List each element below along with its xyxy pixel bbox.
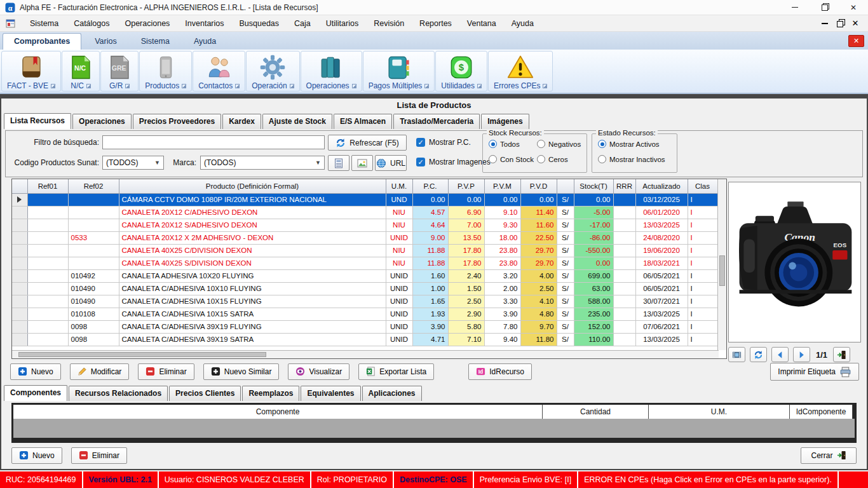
film-button[interactable]	[728, 347, 745, 362]
tab-traslado-mercaderia[interactable]: Traslado/Mercaderia	[393, 114, 480, 129]
column-header-u-m[interactable]: U.M.	[386, 179, 412, 193]
menu-caja[interactable]: Caja	[287, 15, 318, 31]
exportar-lista-button[interactable]: Exportar Lista	[358, 363, 434, 380]
mdi-minimize-button[interactable]	[817, 17, 832, 30]
previous-image-button[interactable]	[771, 347, 789, 362]
ribbon-tab-sistema[interactable]: Sistema	[130, 34, 180, 50]
column-header-stock-t[interactable]: Stock(T)	[574, 179, 613, 193]
menu-reportes[interactable]: Reportes	[412, 15, 459, 31]
print-label-button[interactable]: Imprimir Etiqueta	[770, 363, 859, 381]
tab-imagenes[interactable]: Imágenes	[481, 114, 529, 129]
component-column-u-m[interactable]: U.M.	[649, 405, 790, 419]
detail-tab-precios-clientes[interactable]: Precios Clientes	[169, 386, 241, 401]
column-header-blank[interactable]	[557, 179, 574, 193]
ribbon-close-button[interactable]: ✕	[848, 35, 864, 47]
eliminar-button[interactable]: Eliminar	[138, 363, 194, 380]
show-pc-checkbox[interactable]: ✓ Mostrar P.C.	[416, 138, 471, 147]
column-header-ref01[interactable]: Ref01	[27, 179, 68, 193]
column-header-p-v-p[interactable]: P.V.P	[448, 179, 484, 193]
menu-operaciones[interactable]: Operaciones	[117, 15, 177, 31]
column-header-p-v-m[interactable]: P.V.M	[484, 179, 520, 193]
tab-precios-proveedores[interactable]: Precios Proveedores	[133, 114, 221, 129]
ribbon-tab-comprobantes[interactable]: Comprobantes	[3, 33, 81, 50]
mdi-close-button[interactable]: ✕	[848, 17, 863, 30]
column-header-p-v-d[interactable]: P.V.D	[520, 179, 557, 193]
idrecurso-button[interactable]: IdIdRecurso	[468, 363, 532, 380]
radio-mostrar-inactivos[interactable]: Mostrar Inactivos	[598, 155, 665, 163]
menu-ayuda[interactable]: Ayuda	[504, 15, 541, 31]
nuevo-button[interactable]: Nuevo	[10, 363, 61, 380]
column-header-producto-definicion-formal[interactable]: Producto (Definición Formal)	[119, 179, 386, 193]
next-image-button[interactable]	[793, 347, 810, 362]
detail-tab-aplicaciones[interactable]: Aplicaciones	[362, 386, 422, 401]
radio-con-stock[interactable]: Con Stock	[489, 155, 534, 163]
detail-tab-recursos-relacionados[interactable]: Recursos Relacionados	[69, 386, 168, 401]
scrollbar-thumb[interactable]	[18, 352, 266, 357]
brand-select[interactable]: (TODOS)▼	[200, 156, 325, 170]
column-header-clas[interactable]: Clas	[688, 179, 717, 193]
url-button[interactable]: URL	[375, 155, 407, 171]
toolbar-button-errores-cpes[interactable]: Errores CPEs	[488, 51, 553, 92]
calculator-button[interactable]	[328, 155, 349, 171]
component-column-idcomponente[interactable]: IdComponente	[790, 405, 853, 419]
toolbar-button-n-c[interactable]: N/CN/C	[62, 51, 100, 92]
restore-button[interactable]	[810, 0, 839, 15]
image-exit-button[interactable]	[833, 347, 850, 362]
product-row[interactable]: 0533CANALETA 20X12 X 2M ADHESIVO - DEXON…	[12, 231, 717, 244]
close-form-button[interactable]: Cerrar	[801, 447, 857, 464]
toolbar-button-productos[interactable]: Productos	[139, 51, 192, 92]
radio-negativos[interactable]: Negativos	[537, 140, 581, 148]
toolbar-button-utilidades[interactable]: $Utilidades	[435, 51, 487, 92]
product-row[interactable]: 0098CANALETA C/ADHESIVA 39X19 FLUYINGUNI…	[12, 320, 717, 333]
product-row[interactable]: CANALETA 20X12 S/ADHESIVO DEXONNIU4.647.…	[12, 219, 717, 231]
detail-tab-componentes[interactable]: Componentes	[4, 385, 67, 401]
toolbar-button-fact-bve[interactable]: FACT - BVE	[1, 51, 61, 92]
ribbon-tab-varios[interactable]: Varios	[84, 34, 128, 50]
product-row[interactable]: 010490CANALETA C/ADHESIVA 10X15 FLUYINGU…	[12, 295, 717, 308]
menu-catalogos[interactable]: Catálogos	[66, 15, 117, 31]
image-button[interactable]	[351, 155, 373, 171]
product-row[interactable]: 010490CANALETA C/ADHESIVA 10X10 FLUYINGU…	[12, 282, 717, 295]
horizontal-scrollbar[interactable]	[12, 350, 719, 358]
refresh-button[interactable]: Refrescar (F5)	[328, 135, 407, 151]
toolbar-button-g-r[interactable]: GREG/R	[100, 51, 139, 92]
sunat-select[interactable]: (TODOS)▼	[102, 156, 164, 170]
column-header-rrr[interactable]: RRR	[613, 179, 635, 193]
tab-operaciones[interactable]: Operaciones	[72, 114, 132, 129]
component-column-componente[interactable]: Componente	[13, 405, 543, 419]
search-input[interactable]	[102, 135, 325, 149]
scrollbar-thumb[interactable]	[719, 255, 725, 286]
radio-mostrar-activos[interactable]: Mostrar Activos	[598, 140, 660, 148]
vertical-scrollbar[interactable]	[717, 179, 726, 350]
ribbon-tab-ayuda[interactable]: Ayuda	[183, 34, 227, 50]
detail-tab-reemplazos[interactable]: Reemplazos	[242, 386, 299, 401]
menu-busquedas[interactable]: Busquedas	[231, 15, 287, 31]
components-grid-body[interactable]	[13, 419, 855, 438]
product-row[interactable]: CANALETA 20X12 C/ADHESIVO DEXONNIU4.576.…	[12, 206, 717, 219]
visualizar-button[interactable]: Visualizar	[288, 363, 349, 380]
image-refresh-button[interactable]	[750, 347, 767, 362]
tab-e-s-almacen[interactable]: E/S Almacen	[334, 114, 392, 129]
toolbar-button-operaciones[interactable]: Operaciones	[301, 51, 362, 92]
column-header-p-c[interactable]: P.C.	[412, 179, 448, 193]
toolbar-button-contactos[interactable]: Contactos	[193, 51, 245, 92]
product-row[interactable]: 010108CANALETA C/ADHESIVA 10X15 SATRAUNI…	[12, 308, 717, 320]
modificar-button[interactable]: Modificar	[70, 363, 130, 380]
product-row[interactable]: CÁMARA CCTV DOMO 1080P IR/20M EXTERIOR N…	[12, 193, 717, 206]
close-button[interactable]: ✕	[839, 0, 868, 15]
detail-tab-equivalentes[interactable]: Equivalentes	[301, 386, 360, 401]
minimize-button[interactable]	[780, 0, 810, 15]
show-images-checkbox[interactable]: ✓ Mostrar Imagenes	[416, 158, 491, 166]
component-column-cantidad[interactable]: Cantidad	[543, 405, 649, 419]
column-header-blank[interactable]	[12, 179, 27, 193]
mdi-restore-button[interactable]	[832, 17, 848, 30]
menu-revision[interactable]: Revisión	[366, 15, 412, 31]
radio-todos[interactable]: Todos	[489, 140, 520, 148]
product-row[interactable]: 010492CANALETA ADHESIVA 10X20 FLUYINGUNI…	[12, 269, 717, 282]
product-row[interactable]: CANALETA 40X25 S/DIVISION DEXONNIU11.881…	[12, 257, 717, 269]
component-new-button[interactable]: Nuevo	[11, 447, 62, 464]
column-header-actualizado[interactable]: Actualizado	[635, 179, 688, 193]
tab-ajuste-de-stock[interactable]: Ajuste de Stock	[262, 114, 332, 129]
product-row[interactable]: 0098CANALETA C/ADHESIVA 39X19 SATRAUNID4…	[12, 333, 717, 346]
component-delete-button[interactable]: Eliminar	[71, 447, 127, 464]
